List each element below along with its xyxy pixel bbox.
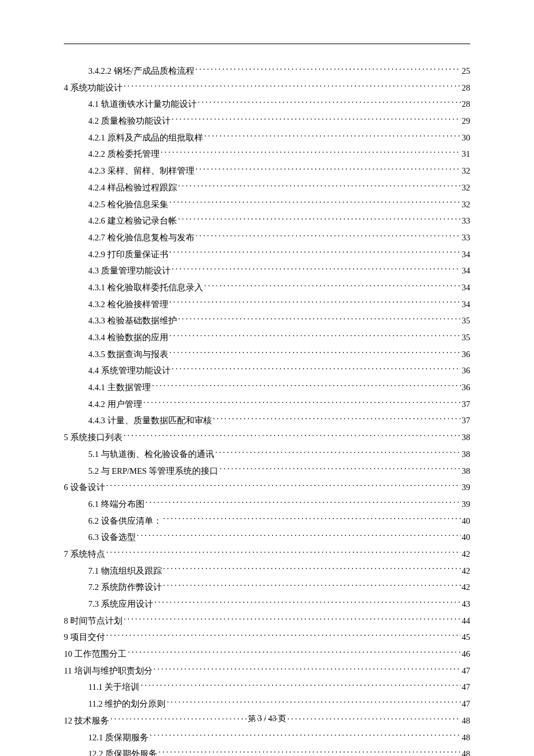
toc-leader-dots xyxy=(204,282,461,290)
toc-leader-dots xyxy=(169,249,461,257)
toc-page-number: 45 xyxy=(462,631,471,644)
toc-page-number: 37 xyxy=(462,414,471,427)
toc-entry: 3.4.2.2 钢坯/产成品质检流程25 xyxy=(64,64,470,78)
toc-leader-dots xyxy=(124,82,461,91)
toc-page-number: 28 xyxy=(462,81,471,95)
toc-entry: 4.4.2 用户管理37 xyxy=(64,398,470,411)
toc-label: 11 培训与维护职责划分 xyxy=(64,664,153,678)
toc-entry: 4.2.4 样品检验过程跟踪32 xyxy=(64,181,470,195)
toc-label: 4.2 质量检验功能设计 xyxy=(88,114,171,128)
toc-page-number: 28 xyxy=(462,98,471,111)
toc-page-number: 35 xyxy=(462,314,471,327)
toc-label: 7 系统特点 xyxy=(64,548,105,561)
toc-label: 4.4.2 用户管理 xyxy=(88,398,142,411)
toc-label: 4.2.1 原料及产成品的组批取样 xyxy=(88,131,203,145)
toc-entry: 4.3.1 检化验取样委托信息录入34 xyxy=(64,281,470,294)
toc-page-number: 29 xyxy=(462,114,471,128)
toc-page-number: 38 xyxy=(462,465,471,478)
toc-label: 4.3.2 检化验接样管理 xyxy=(88,298,168,311)
toc-entry: 7.2 系统防作弊设计42 xyxy=(64,581,470,594)
toc-leader-dots xyxy=(196,66,461,74)
toc-entry: 4.3 质量管理功能设计34 xyxy=(64,264,470,278)
toc-leader-dots xyxy=(146,498,461,507)
toc-entry: 4.1 轨道衡铁水计量功能设计28 xyxy=(64,98,470,111)
toc-page-number: 33 xyxy=(462,214,471,228)
toc-label: 6.1 终端分布图 xyxy=(88,498,145,511)
toc-label: 4.3 质量管理功能设计 xyxy=(88,264,171,278)
toc-page-number: 42 xyxy=(462,581,471,594)
toc-label: 5.2 与 ERP/MES 等管理系统的接口 xyxy=(88,465,218,478)
toc-page-number: 40 xyxy=(462,531,471,544)
toc-label: 12.1 质保期服务 xyxy=(88,731,149,744)
toc-entry: 5.1 与轨道衡、检化验设备的通讯38 xyxy=(64,448,470,461)
toc-page-number: 42 xyxy=(462,564,471,578)
toc-label: 4 系统功能设计 xyxy=(64,81,122,95)
toc-label: 9 项目交付 xyxy=(64,631,105,644)
toc-entry: 7.3 系统应用设计43 xyxy=(64,597,470,611)
toc-entry: 6.1 终端分布图39 xyxy=(64,498,470,511)
toc-page-number: 32 xyxy=(462,198,471,211)
toc-entry: 4.2.3 采样、留样、制样管理32 xyxy=(64,164,470,178)
toc-entry: 10 工作范围分工46 xyxy=(64,647,470,661)
toc-label: 4.4 系统管理功能设计 xyxy=(88,364,171,377)
toc-page-number: 42 xyxy=(462,548,471,561)
toc-leader-dots xyxy=(152,382,461,391)
toc-entry: 11 培训与维护职责划分47 xyxy=(64,664,470,678)
toc-page-number: 36 xyxy=(462,364,471,377)
toc-label: 4.3.4 检验数据的应用 xyxy=(88,331,168,344)
toc-leader-dots xyxy=(198,99,461,107)
toc-page-number: 46 xyxy=(462,647,471,661)
toc-label: 6.3 设备选型 xyxy=(88,531,136,544)
toc-leader-dots xyxy=(124,615,461,624)
toc-label: 7.3 系统应用设计 xyxy=(88,597,153,611)
toc-page-number: 36 xyxy=(462,381,471,394)
toc-entry: 7.1 物流组织及跟踪42 xyxy=(64,564,470,578)
toc-label: 4.2.7 检化验信息复检与发布 xyxy=(88,231,194,244)
toc-label: 4.3.5 数据查询与报表 xyxy=(88,348,168,361)
toc-label: 4.3.3 检验基础数据维护 xyxy=(88,314,177,327)
toc-leader-dots xyxy=(178,215,461,224)
toc-entry: 5.2 与 ERP/MES 等管理系统的接口38 xyxy=(64,465,470,478)
toc-entry: 11.2 维护的划分原则47 xyxy=(64,697,470,711)
toc-page-number: 47 xyxy=(462,681,471,694)
toc-entry: 12.2 质保期外服务48 xyxy=(64,747,470,756)
toc-label: 6 设备设计 xyxy=(64,481,105,494)
page-content: 3.4.2.2 钢坯/产成品质检流程254 系统功能设计284.1 轨道衡铁水计… xyxy=(0,0,534,756)
toc-page-number: 25 xyxy=(462,64,471,78)
toc-leader-dots xyxy=(106,548,461,557)
toc-page-number: 33 xyxy=(462,231,471,244)
table-of-contents: 3.4.2.2 钢坯/产成品质检流程254 系统功能设计284.1 轨道衡铁水计… xyxy=(64,64,470,756)
toc-leader-dots xyxy=(154,665,461,674)
toc-leader-dots xyxy=(169,199,461,207)
toc-page-number: 32 xyxy=(462,181,471,195)
toc-page-number: 36 xyxy=(462,348,471,361)
toc-entry: 4.2.1 原料及产成品的组批取样30 xyxy=(64,131,470,145)
toc-entry: 8 时间节点计划44 xyxy=(64,614,470,628)
toc-entry: 6.2 设备供应清单：40 xyxy=(64,514,470,528)
toc-label: 7.2 系统防作弊设计 xyxy=(88,581,162,594)
toc-page-number: 31 xyxy=(462,147,471,161)
toc-leader-dots xyxy=(169,298,461,307)
toc-leader-dots xyxy=(178,182,461,190)
toc-entry: 9 项目交付45 xyxy=(64,631,470,644)
toc-leader-dots xyxy=(172,265,461,274)
toc-leader-dots xyxy=(161,149,461,157)
toc-leader-dots xyxy=(143,398,461,407)
toc-entry: 4.2.5 检化验信息采集32 xyxy=(64,198,470,211)
toc-page-number: 44 xyxy=(462,614,471,628)
toc-label: 4.2.6 建立检验记录台帐 xyxy=(88,214,177,228)
toc-page-number: 37 xyxy=(462,398,471,411)
toc-page-number: 48 xyxy=(462,747,471,756)
toc-label: 3.4.2.2 钢坯/产成品质检流程 xyxy=(88,64,194,78)
toc-leader-dots xyxy=(213,415,461,424)
toc-entry: 4.4.3 计量、质量数据匹配和审核37 xyxy=(64,414,470,427)
toc-label: 4.4.1 主数据管理 xyxy=(88,381,151,394)
page-number: 第 3 / 43 页 xyxy=(248,714,287,723)
toc-leader-dots xyxy=(106,482,461,491)
toc-leader-dots xyxy=(167,699,460,707)
toc-entry: 4 系统功能设计28 xyxy=(64,81,470,95)
toc-page-number: 39 xyxy=(462,498,471,511)
toc-entry: 4.2 质量检验功能设计29 xyxy=(64,114,470,128)
toc-page-number: 34 xyxy=(462,248,471,261)
toc-leader-dots xyxy=(172,365,461,374)
